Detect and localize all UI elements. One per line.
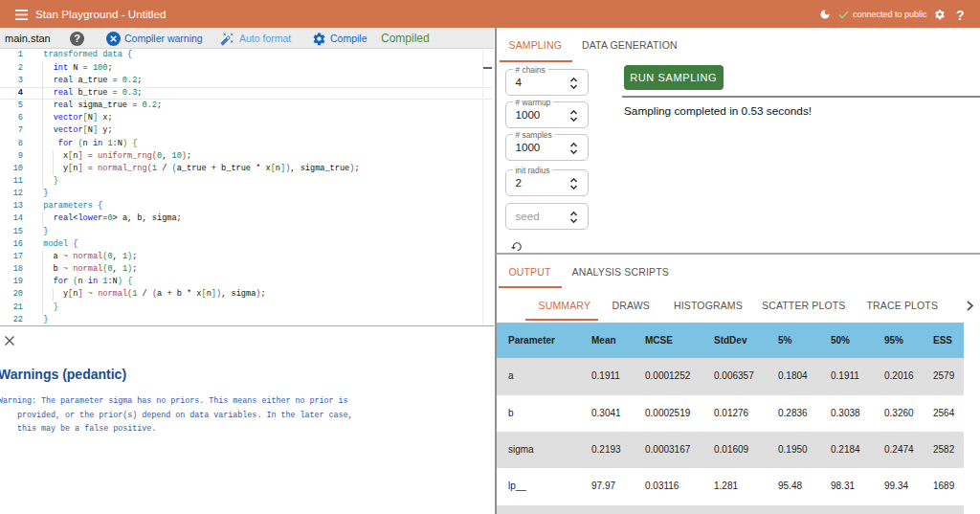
svg-text:?: ? [74, 33, 80, 44]
